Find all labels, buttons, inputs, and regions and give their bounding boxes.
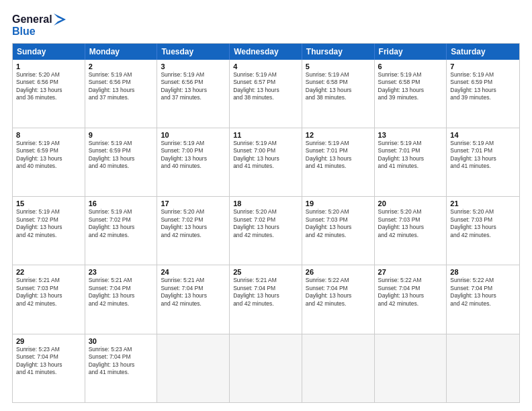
- calendar-cell: 5Sunrise: 5:19 AMSunset: 6:58 PMDaylight…: [302, 60, 375, 128]
- calendar-cell: 18Sunrise: 5:20 AMSunset: 7:02 PMDayligh…: [230, 197, 302, 265]
- cell-text: and 42 minutes.: [306, 300, 371, 308]
- logo-container: General Blue: [12, 12, 66, 38]
- logo-blue-text: Blue: [12, 26, 66, 38]
- day-number: 19: [306, 199, 371, 208]
- cell-text: and 38 minutes.: [233, 94, 298, 101]
- cell-text: Daylight: 13 hours: [306, 224, 371, 231]
- cell-text: Sunset: 7:01 PM: [450, 147, 516, 154]
- cell-text: Sunset: 6:59 PM: [450, 79, 516, 86]
- calendar-cell: 27Sunrise: 5:22 AMSunset: 7:04 PMDayligh…: [375, 265, 447, 333]
- cell-text: and 40 minutes.: [161, 163, 226, 170]
- calendar-cell: 9Sunrise: 5:19 AMSunset: 6:59 PMDaylight…: [85, 128, 158, 196]
- cell-text: Sunset: 7:04 PM: [306, 285, 371, 292]
- cell-text: Sunrise: 5:20 AM: [378, 208, 443, 216]
- calendar-cell: 25Sunrise: 5:21 AMSunset: 7:04 PMDayligh…: [230, 265, 302, 333]
- calendar-cell: 3Sunrise: 5:19 AMSunset: 6:56 PMDaylight…: [157, 60, 230, 128]
- weekday-header-friday: Friday: [375, 44, 447, 60]
- cell-text: Sunrise: 5:19 AM: [450, 140, 516, 147]
- day-number: 24: [161, 268, 226, 276]
- cell-text: Sunrise: 5:19 AM: [161, 71, 226, 79]
- cell-text: Sunset: 7:03 PM: [450, 216, 516, 224]
- cell-text: and 39 minutes.: [450, 94, 516, 101]
- calendar-cell: 30Sunrise: 5:23 AMSunset: 7:04 PMDayligh…: [85, 334, 158, 402]
- cell-text: Sunset: 7:02 PM: [161, 216, 226, 224]
- calendar-cell: 28Sunrise: 5:22 AMSunset: 7:04 PMDayligh…: [447, 265, 519, 333]
- cell-text: Daylight: 13 hours: [306, 155, 371, 163]
- cell-text: Sunrise: 5:21 AM: [89, 277, 154, 284]
- calendar-cell: 22Sunrise: 5:21 AMSunset: 7:03 PMDayligh…: [13, 265, 85, 333]
- cell-text: Daylight: 13 hours: [16, 87, 81, 94]
- cell-text: Sunrise: 5:22 AM: [450, 277, 516, 284]
- cell-text: Daylight: 13 hours: [450, 292, 516, 300]
- cell-text: Daylight: 13 hours: [16, 224, 81, 231]
- cell-text: and 42 minutes.: [450, 300, 516, 308]
- cell-text: Sunset: 7:04 PM: [89, 353, 154, 361]
- day-number: 9: [89, 131, 154, 139]
- cell-text: Sunset: 7:04 PM: [16, 353, 81, 361]
- cell-text: and 42 minutes.: [16, 232, 81, 239]
- cell-text: and 42 minutes.: [378, 232, 443, 239]
- cell-text: and 42 minutes.: [16, 300, 81, 308]
- cell-text: Daylight: 13 hours: [306, 87, 371, 94]
- cell-text: Sunrise: 5:19 AM: [89, 140, 154, 147]
- day-number: 13: [378, 131, 443, 139]
- cell-text: Daylight: 13 hours: [16, 155, 81, 163]
- cell-text: and 41 minutes.: [89, 369, 154, 376]
- cell-text: Daylight: 13 hours: [306, 292, 371, 300]
- calendar-cell: 21Sunrise: 5:20 AMSunset: 7:03 PMDayligh…: [447, 197, 519, 265]
- cell-text: Sunset: 7:02 PM: [89, 216, 154, 224]
- day-number: 18: [233, 199, 298, 208]
- cell-text: Sunrise: 5:21 AM: [16, 277, 81, 284]
- calendar-cell: [375, 334, 447, 402]
- day-number: 2: [89, 62, 154, 71]
- cell-text: Sunrise: 5:21 AM: [161, 277, 226, 284]
- cell-text: and 42 minutes.: [233, 232, 298, 239]
- cell-text: Daylight: 13 hours: [378, 292, 443, 300]
- calendar-cell: 6Sunrise: 5:19 AMSunset: 6:58 PMDaylight…: [375, 60, 447, 128]
- cell-text: Sunrise: 5:19 AM: [233, 71, 298, 79]
- cell-text: Sunset: 7:04 PM: [450, 285, 516, 292]
- day-number: 28: [450, 268, 516, 276]
- cell-text: and 41 minutes.: [306, 163, 371, 170]
- weekday-header-thursday: Thursday: [302, 44, 375, 60]
- day-number: 15: [16, 199, 81, 208]
- cell-text: and 42 minutes.: [306, 232, 371, 239]
- cell-text: and 41 minutes.: [450, 163, 516, 170]
- cell-text: Sunset: 7:04 PM: [233, 285, 298, 292]
- cell-text: Sunrise: 5:19 AM: [16, 140, 81, 147]
- calendar-cell: 11Sunrise: 5:19 AMSunset: 7:00 PMDayligh…: [230, 128, 302, 196]
- day-number: 1: [16, 62, 81, 71]
- cell-text: Sunrise: 5:19 AM: [161, 140, 226, 147]
- cell-text: Sunrise: 5:20 AM: [161, 208, 226, 216]
- cell-text: and 36 minutes.: [16, 94, 81, 101]
- calendar-cell: 29Sunrise: 5:23 AMSunset: 7:04 PMDayligh…: [13, 334, 85, 402]
- cell-text: Daylight: 13 hours: [233, 155, 298, 163]
- logo-general-text: General: [12, 13, 52, 26]
- day-number: 21: [450, 199, 516, 208]
- cell-text: Daylight: 13 hours: [378, 224, 443, 231]
- cell-text: Sunset: 7:00 PM: [161, 147, 226, 154]
- calendar-cell: 26Sunrise: 5:22 AMSunset: 7:04 PMDayligh…: [302, 265, 375, 333]
- cell-text: Sunset: 6:59 PM: [89, 147, 154, 154]
- cell-text: Sunrise: 5:19 AM: [306, 140, 371, 147]
- cell-text: Daylight: 13 hours: [89, 224, 154, 231]
- calendar-cell: 1Sunrise: 5:20 AMSunset: 6:56 PMDaylight…: [13, 60, 85, 128]
- cell-text: Sunrise: 5:23 AM: [89, 346, 154, 353]
- cell-text: Sunrise: 5:19 AM: [89, 71, 154, 79]
- cell-text: Sunset: 6:56 PM: [161, 79, 226, 86]
- cell-text: Sunset: 6:58 PM: [378, 79, 443, 86]
- cell-text: Daylight: 13 hours: [233, 87, 298, 94]
- cell-text: Sunset: 6:56 PM: [16, 79, 81, 86]
- calendar-header: SundayMondayTuesdayWednesdayThursdayFrid…: [13, 44, 519, 60]
- svg-marker-0: [54, 13, 66, 26]
- calendar-cell: 14Sunrise: 5:19 AMSunset: 7:01 PMDayligh…: [447, 128, 519, 196]
- cell-text: and 38 minutes.: [306, 94, 371, 101]
- cell-text: Daylight: 13 hours: [161, 224, 226, 231]
- cell-text: and 42 minutes.: [161, 300, 226, 308]
- cell-text: Daylight: 13 hours: [16, 292, 81, 300]
- cell-text: Sunrise: 5:19 AM: [233, 140, 298, 147]
- calendar-cell: 4Sunrise: 5:19 AMSunset: 6:57 PMDaylight…: [230, 60, 302, 128]
- cell-text: and 40 minutes.: [16, 163, 81, 170]
- calendar-row-3: 22Sunrise: 5:21 AMSunset: 7:03 PMDayligh…: [13, 265, 519, 334]
- cell-text: Daylight: 13 hours: [450, 224, 516, 231]
